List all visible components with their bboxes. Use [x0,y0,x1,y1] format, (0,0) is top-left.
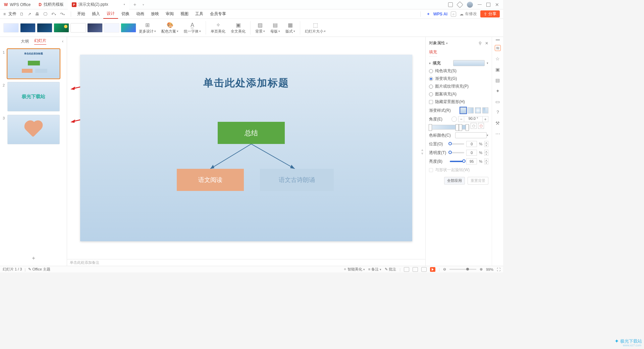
brightness-value[interactable]: 95 [466,158,477,164]
save-icon[interactable]: 🗋 [20,12,24,16]
tab-outline[interactable]: 大纲 [21,39,29,44]
increment-button[interactable]: ＋ [482,116,488,122]
collapse-panel-icon[interactable]: ‹ [62,39,63,44]
angle-dial-icon[interactable] [451,116,457,122]
master-button[interactable]: ▤ 母版▾ [268,22,283,34]
tab-options-icon[interactable]: ▾ [143,3,144,6]
normal-view-icon[interactable] [404,267,409,272]
smartart-child-box[interactable]: 语文古诗朗诵 [260,169,334,191]
position-value[interactable]: 0 [466,141,477,147]
gradient-rect[interactable] [482,107,488,113]
menu-view[interactable]: 视图 [177,9,192,19]
menu-insert[interactable]: 插入 [89,9,103,19]
pin-icon[interactable]: ⚲ [479,41,482,46]
fill-preview-swatch[interactable] [453,60,485,66]
tab-current-file[interactable]: P 演示文稿(2).pptx • [68,0,129,9]
undo-icon[interactable]: ↶▾ [51,12,56,16]
file-menu[interactable]: 文件 [8,11,16,17]
rail-star-icon[interactable]: ☆ [495,56,501,62]
rail-tools-icon[interactable]: ⚒ [495,120,501,126]
template-thumb[interactable] [87,23,103,33]
stop-color-swatch[interactable] [455,132,487,138]
print-icon[interactable]: 🖶 [35,12,39,16]
zoom-in-button[interactable]: ⊕ [480,267,483,271]
rail-more-icon[interactable]: ⋯ [495,131,501,137]
slide-thumb-row[interactable]: 3 [3,115,64,144]
redo-icon[interactable]: ↷▾ [60,12,65,16]
gradient-radial[interactable] [475,107,481,113]
angle-input[interactable]: − 90.0 ° ＋ [458,116,488,122]
zoom-out-button[interactable]: ⊖ [443,267,446,271]
step-up[interactable]: ▴ [484,150,488,153]
step-up[interactable]: ▴ [484,158,488,161]
theme-indicator[interactable]: ✎ Office 主题 [28,267,50,272]
app-box-icon[interactable] [457,1,463,8]
slide-thumb-row[interactable]: 1 单击此处添加标题 [3,49,64,79]
radio-gradient-fill[interactable]: 渐变填充(G) [429,76,488,82]
minimize-button[interactable] [478,4,482,5]
smartart-summary-box[interactable]: 总结 [218,122,285,144]
fill-tab[interactable]: 填充 [429,49,437,57]
rail-settings-icon[interactable]: ≋ [495,45,501,51]
export-icon[interactable]: ↗ [28,12,31,16]
gradient-stop[interactable] [455,124,459,131]
step-up[interactable]: ▴ [484,141,488,144]
rail-assets-icon[interactable]: ▤ [495,77,501,83]
slide-thumbnail-3[interactable] [7,115,60,144]
page-beautify-button[interactable]: ✧ 单页美化 [208,22,228,34]
template-thumb[interactable] [3,23,19,33]
close-pane-icon[interactable]: ✕ [485,41,488,46]
menu-review[interactable]: 审阅 [162,9,177,19]
transparency-value[interactable]: 0 [466,150,477,156]
menu-tools[interactable]: 工具 [192,9,207,19]
tab-wps-home[interactable]: W WPS Office [0,0,35,9]
wps-ai-button[interactable]: WPS AI [433,12,447,16]
share-button[interactable]: ⇪ 分享 [480,10,500,17]
slide-canvas[interactable]: 单击此处添加标题 总结 语文阅读 语文古诗朗诵 [80,55,412,241]
new-tab-button[interactable]: ＋ [129,2,141,8]
menu-design[interactable]: 设计 [103,9,118,19]
search-button[interactable]: ⌕ [451,11,456,17]
cloud-sync-status[interactable]: ☁ 有修改 [460,11,477,17]
gradient-stop[interactable] [466,124,469,131]
maximize-button[interactable] [486,3,490,7]
design-template-gallery[interactable] [3,23,136,33]
template-thumb[interactable] [37,23,52,33]
radio-pattern-fill[interactable]: 图案填充(A) [429,91,488,97]
print-preview-icon[interactable]: 🖵 [43,12,47,16]
rail-magic-icon[interactable]: ✦ [495,88,501,94]
template-thumb[interactable] [70,23,86,33]
notes-pane[interactable]: 单击此处添加备注 [67,259,425,266]
apply-all-button[interactable]: 全部应用 [444,177,465,185]
reading-view-icon[interactable] [421,267,427,272]
reset-background-button[interactable]: 重置背景 [468,177,488,185]
transparency-slider[interactable] [450,152,464,153]
remove-stop-icon[interactable]: ⬠ [478,123,484,129]
gradient-linear-h[interactable] [468,107,474,113]
rail-book-icon[interactable]: ▭ [495,99,501,105]
color-scheme-button[interactable]: 🎨 配色方案▾ [159,22,181,34]
template-thumb[interactable] [20,23,36,33]
zoom-value[interactable]: 99% [486,267,493,271]
gradient-stop[interactable] [459,124,462,131]
tab-slides[interactable]: 幻灯片 [34,38,46,45]
more-designs-button[interactable]: ⊞ 更多设计▾ [136,22,159,34]
slide-thumbnail-2[interactable]: 极光下载站 [7,82,60,111]
brightness-slider[interactable] [450,161,464,162]
gradient-stop[interactable] [429,124,432,131]
menu-slideshow[interactable]: 放映 [148,9,162,19]
radio-solid-fill[interactable]: 纯色填充(S) [429,68,488,74]
background-button[interactable]: ▨ 背景▾ [253,22,268,34]
unify-font-button[interactable]: A̲ 统一字体▾ [181,22,204,34]
checkbox-hide-bg-shapes[interactable]: 隐藏背景图形(H) [429,99,488,105]
decrement-button[interactable]: − [458,116,464,122]
template-thumb[interactable] [54,23,69,33]
user-avatar[interactable] [467,2,473,8]
menu-start[interactable]: 开始 [74,9,89,19]
smartart-child-box[interactable]: 语文阅读 [177,169,244,191]
rail-help-icon[interactable]: ？ [495,109,501,115]
step-down[interactable]: ▾ [484,144,488,147]
slide-thumbnail-1[interactable]: 单击此处添加标题 [7,49,60,79]
gradient-linear-v[interactable] [460,107,466,113]
collapse-icon[interactable]: ▾ [429,61,431,65]
